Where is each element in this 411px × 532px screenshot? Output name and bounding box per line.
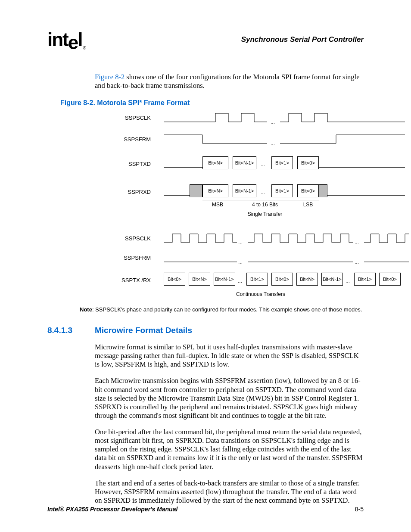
- bit-cell: Bit<N>: [202, 184, 228, 197]
- wave-sspsfrm-cont: ... ...: [164, 251, 364, 264]
- row-sspsclk-single: SSPSCLK ...: [60, 111, 364, 124]
- dots: ...: [271, 140, 275, 146]
- dots: ...: [238, 259, 243, 265]
- bit-cell-pre: [190, 184, 202, 197]
- page-footer: Intel® PXA255 Processor Developer's Manu…: [47, 506, 364, 513]
- intro-paragraph: Figure 8-2 shows one of the four configu…: [95, 73, 364, 90]
- bit-cell: Bit<0>: [271, 273, 293, 286]
- range-label: 4 to 16 Bits: [243, 202, 286, 208]
- label-ssprxd: SSPRXD: [116, 189, 151, 195]
- lsb-label: LSB: [299, 202, 317, 208]
- section-title: Microwire Format Details: [95, 326, 192, 335]
- intel-logo: intel®: [47, 30, 84, 51]
- continuous-caption: Continuous Transfers: [228, 291, 293, 297]
- doc-section-title: Synchronous Serial Port Controller: [241, 35, 364, 44]
- row-ssprxd: SSPRXD Bit<N> Bit<N-1> ... Bit<1> Bit<0>: [60, 184, 364, 199]
- page-header: intel® Synchronous Serial Port Controlle…: [47, 30, 364, 51]
- dots: ...: [355, 259, 359, 265]
- label-sspsclk-cont: SSPSCLK: [116, 235, 151, 242]
- dots: ...: [238, 240, 243, 246]
- row-sspsclk-cont: SSPSCLK ... ...: [60, 232, 364, 245]
- dots: ...: [261, 162, 265, 168]
- row-ssptxd: SSPTXD Bit<N> Bit<N-1> ... Bit<1> Bit<0>: [60, 156, 364, 171]
- row-sspsfrm-single: SSPSFRM ...: [60, 133, 364, 146]
- note-body: : SSPSCLK's phase and polarity can be co…: [92, 306, 362, 313]
- dots: ...: [261, 190, 265, 196]
- bit-cell: Bit<1>: [246, 273, 268, 286]
- intro-text: shows one of the four configurations for…: [95, 73, 360, 90]
- dots: ...: [271, 119, 275, 125]
- label-ssptxrx: SSPTX /RX: [116, 277, 151, 283]
- bit-cell: Bit<N>: [296, 273, 318, 286]
- bit-cell: Bit<N>: [202, 156, 228, 169]
- footer-manual-title: Intel® PXA255 Processor Developer's Manu…: [47, 506, 177, 513]
- figure-note: Note: SSPSCLK's phase and polarity can b…: [80, 306, 364, 313]
- bit-cell: Bit<N-1>: [233, 156, 256, 169]
- bit-cell: Bit<0>: [379, 273, 401, 286]
- bit-cell: Bit<N-1>: [214, 273, 235, 286]
- body-paragraph-2: Each Microwire transmission begins with …: [95, 376, 364, 420]
- dots: ...: [355, 240, 359, 246]
- bit-cell: Bit<1>: [271, 184, 293, 197]
- row-ssptxrx-cont: SSPTX /RX Bit<0> Bit<N> Bit<N-1> ... Bit…: [60, 273, 364, 287]
- timing-diagram: SSPSCLK ... SSPSFRM ...: [60, 111, 364, 301]
- wave-sspsclk-cont: ... ...: [164, 232, 364, 245]
- single-transfer-caption: Single Transfer: [241, 211, 289, 217]
- bit-cell: Bit<0>: [297, 156, 319, 169]
- wave-sspsfrm-single: ...: [164, 133, 364, 146]
- footer-page-number: 8-5: [355, 506, 364, 513]
- document-page: intel® Synchronous Serial Port Controlle…: [0, 0, 411, 532]
- bit-cell: Bit<1>: [271, 156, 293, 169]
- figure-link[interactable]: Figure 8-2: [95, 73, 125, 81]
- label-sspsclk: SSPSCLK: [116, 115, 151, 121]
- figure-title: Figure 8-2. Motorola SPI* Frame Format: [60, 99, 364, 107]
- msb-label: MSB: [205, 202, 230, 208]
- dots: ...: [238, 278, 242, 284]
- section-number: 8.4.1.3: [47, 326, 95, 335]
- bit-cell: Bit<N-1>: [321, 273, 343, 286]
- bit-cell: Bit<0>: [297, 184, 319, 197]
- wave-sspsclk-single: ...: [164, 111, 364, 124]
- bit-cell: Bit<N-1>: [233, 184, 256, 197]
- body-paragraph-4: The start and end of a series of back-to…: [95, 479, 364, 505]
- label-sspsfrm-cont: SSPSFRM: [116, 255, 151, 261]
- note-label: Note: [80, 306, 92, 313]
- bit-cell: Bit<N>: [189, 273, 210, 286]
- bit-cell: Bit<0>: [164, 273, 185, 286]
- label-ssptxd: SSPTXD: [116, 161, 151, 167]
- bit-cell-post: [319, 184, 327, 197]
- section-heading: 8.4.1.3 Microwire Format Details: [47, 326, 364, 335]
- label-sspsfrm: SSPSFRM: [116, 136, 151, 143]
- dots: ...: [346, 278, 350, 284]
- body-paragraph-1: Microwire format is similar to SPI, but …: [95, 343, 364, 369]
- body-paragraph-3: One bit-period after the last command bi…: [95, 428, 364, 471]
- row-sspsfrm-cont: SSPSFRM ... ...: [60, 251, 364, 264]
- bit-cell: Bit<1>: [354, 273, 376, 286]
